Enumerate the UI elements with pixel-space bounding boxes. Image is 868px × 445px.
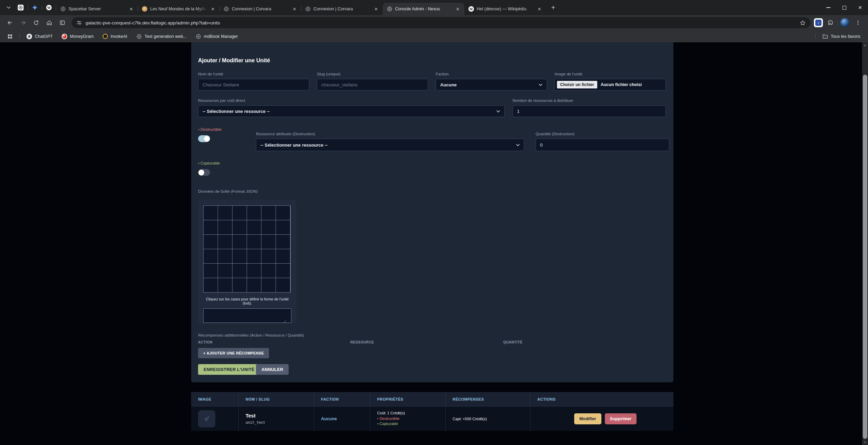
all-bookmarks-button[interactable]: Tous les favoris [820, 33, 862, 40]
grid-cell[interactable] [204, 206, 218, 220]
home-button[interactable] [43, 17, 55, 29]
textarea-resize-handle[interactable] [283, 320, 286, 323]
grid-cell[interactable] [247, 206, 261, 220]
tab-close-icon[interactable]: ✕ [373, 6, 379, 12]
bookmark-star-icon[interactable] [800, 20, 806, 26]
grid-cell[interactable] [276, 220, 290, 234]
grid-cell[interactable] [261, 235, 276, 249]
tab-title: Connexion | Corvara [313, 7, 370, 11]
slug-input[interactable] [317, 79, 428, 91]
capturable-toggle[interactable] [198, 169, 210, 176]
apps-button[interactable] [6, 32, 14, 41]
bookmark-moneygram[interactable]: MoneyGram [60, 33, 96, 40]
grid-cell[interactable] [218, 206, 232, 220]
tab-hel-wikipedia[interactable]: W Hel (déesse) — Wikipédia ✕ [464, 3, 546, 15]
scroll-up-arrow[interactable]: ▲ [862, 42, 868, 48]
extension-button[interactable]: › [814, 18, 823, 27]
profile-button[interactable] [839, 17, 851, 29]
grid-cell[interactable] [276, 264, 290, 278]
choose-file-button[interactable]: Choisir un fichier [557, 81, 597, 88]
grid-cell[interactable] [232, 220, 247, 234]
cost-amount-input[interactable] [513, 105, 666, 117]
extensions-menu-button[interactable] [824, 17, 836, 29]
side-panel-button[interactable] [56, 17, 68, 29]
grid-cell[interactable] [276, 278, 290, 292]
grid-cell[interactable] [247, 278, 261, 292]
tab-connexion-corvara-2[interactable]: Connexion | Corvara ✕ [301, 3, 383, 15]
close-button[interactable]: ✕ [852, 0, 868, 15]
cost-resource-select[interactable]: -- Sélectionner une ressource -- [198, 105, 505, 117]
grid-cell[interactable] [247, 235, 261, 249]
grid-cell[interactable] [204, 220, 218, 234]
grid-cell[interactable] [232, 249, 247, 263]
grid-cell[interactable] [247, 220, 261, 234]
back-button[interactable] [4, 17, 16, 29]
scrollbar-thumb[interactable] [863, 75, 867, 439]
scroll-down-arrow[interactable]: ▼ [862, 439, 868, 445]
grid-cell[interactable] [218, 249, 232, 263]
tab-close-icon[interactable]: ✕ [536, 6, 542, 12]
maximize-button[interactable] [836, 0, 852, 15]
minimize-button[interactable] [820, 0, 836, 15]
destruction-qty-input[interactable] [536, 139, 669, 151]
cancel-button[interactable]: ANNULER [256, 364, 289, 375]
add-reward-button[interactable]: + AJOUTER UNE RÉCOMPENSE [198, 348, 269, 358]
pinned-tab-wordpress[interactable]: W [42, 2, 56, 13]
tab-connexion-corvara-1[interactable]: Connexion | Corvara ✕ [219, 3, 301, 15]
grid-cell[interactable] [204, 249, 218, 263]
destructible-toggle[interactable] [198, 135, 210, 142]
grid-cell[interactable] [261, 249, 276, 263]
grid-cell[interactable] [261, 278, 276, 292]
tab-close-icon[interactable]: ✕ [128, 6, 134, 12]
grid-cell[interactable] [276, 235, 290, 249]
grid-cell[interactable] [218, 220, 232, 234]
grid-cell[interactable] [218, 264, 232, 278]
grid-cell[interactable] [204, 264, 218, 278]
grid-cell[interactable] [276, 206, 290, 220]
grid-cell[interactable] [261, 264, 276, 278]
grid-cell[interactable] [261, 220, 276, 234]
tab-close-icon[interactable]: ✕ [455, 6, 461, 12]
save-unit-button[interactable]: ENREGISTRER L'UNITÉ [198, 364, 260, 375]
delete-unit-button[interactable]: Supprimer [605, 413, 637, 424]
bookmark-invokeai[interactable]: InvokeAI [101, 33, 130, 40]
reload-button[interactable] [30, 17, 42, 29]
grid-cell[interactable] [232, 278, 247, 292]
grid-cell[interactable] [261, 206, 276, 220]
grid-cell[interactable] [232, 235, 247, 249]
bookmark-chatgpt[interactable]: ChatGPT [24, 33, 55, 40]
new-tab-button[interactable]: + [548, 2, 558, 13]
grid-cell[interactable] [232, 264, 247, 278]
tab-console-admin-nexus[interactable]: Console Admin - Nexus ✕ [383, 3, 464, 15]
edit-unit-button[interactable]: Modifier [574, 413, 601, 424]
unit-name-input[interactable] [198, 79, 309, 91]
tab-spacebar-server[interactable]: Spacebar Server ✕ [56, 3, 138, 15]
grid-cell[interactable] [204, 278, 218, 292]
url-text[interactable]: galactic-pve-conquest-c7fe.dev.flatlogic… [85, 20, 796, 25]
destruction-resource-select[interactable]: -- Sélectionner une ressource -- [256, 139, 524, 151]
grid-cell[interactable] [218, 235, 232, 249]
tab-close-icon[interactable]: ✕ [291, 6, 298, 12]
tab-close-icon[interactable]: ✕ [210, 6, 216, 12]
address-bar[interactable]: galactic-pve-conquest-c7fe.dev.flatlogic… [72, 17, 810, 28]
field-cost-resource: Ressources par coût direct -- Sélectionn… [198, 98, 505, 117]
pinned-tab-fingerprint[interactable] [14, 2, 28, 13]
forward-button[interactable] [17, 17, 29, 29]
unit-image-file-input[interactable]: Choisir un fichier Aucun fichier choisi [555, 79, 666, 91]
bookmark-text-generation[interactable]: Text generation web... [134, 33, 189, 40]
grid-cell[interactable] [204, 235, 218, 249]
pinned-tab-gemini[interactable] [28, 2, 42, 13]
grid-cell[interactable] [247, 249, 261, 263]
browser-menu-button[interactable] [852, 17, 864, 29]
faction-select[interactable]: Aucune [436, 79, 547, 91]
globe-icon [60, 6, 66, 12]
grid-cell[interactable] [276, 249, 290, 263]
grid-cell[interactable] [232, 206, 247, 220]
tab-search-button[interactable] [3, 2, 14, 13]
tab-neuf-mondes[interactable]: Les Neuf Mondes de la Mytholo ✕ [138, 3, 219, 15]
bookmark-mdbook-manager[interactable]: mdBook Manager [194, 33, 240, 40]
grid-json-textarea[interactable] [203, 308, 291, 323]
grid-cell[interactable] [218, 278, 232, 292]
page-scrollbar[interactable]: ▲ ▼ [862, 42, 868, 445]
grid-cell[interactable] [247, 264, 261, 278]
